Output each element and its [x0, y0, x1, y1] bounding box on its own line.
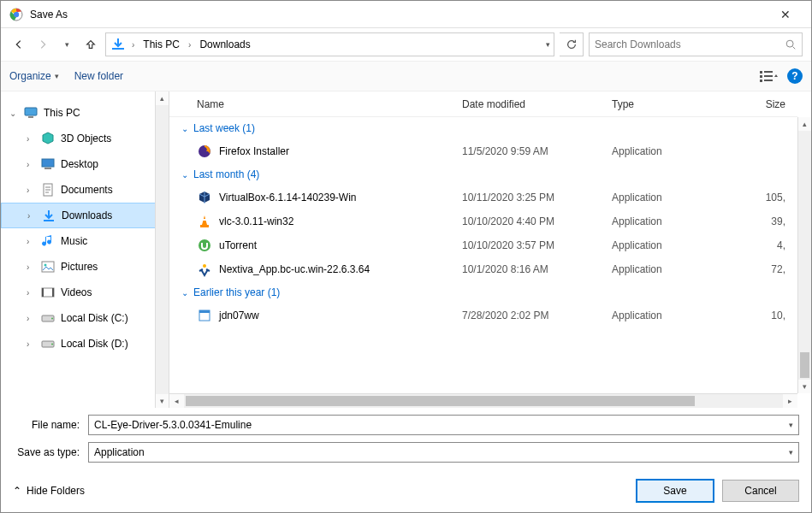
scroll-left-icon[interactable]: ◂	[169, 394, 184, 408]
tree-item-pictures[interactable]: ›Pictures	[1, 254, 169, 280]
search-input[interactable]	[589, 32, 803, 56]
file-name: jdn07ww	[219, 310, 259, 321]
expand-icon[interactable]: ›	[27, 134, 35, 144]
col-size[interactable]: Size	[727, 98, 797, 110]
tree-item-local-disk-c-[interactable]: ›Local Disk (C:)	[1, 305, 169, 331]
tree-label: Videos	[61, 286, 92, 298]
disk-icon	[40, 336, 56, 351]
address-dropdown-icon[interactable]: ▾	[546, 40, 550, 49]
svg-point-2	[786, 40, 793, 47]
file-row[interactable]: Nextiva_App.bc-uc.win-22.6.3.6410/1/2020…	[169, 257, 797, 281]
expand-icon[interactable]: ›	[27, 186, 35, 195]
v-scroll-thumb[interactable]	[800, 352, 809, 378]
group-label: Last week (1)	[193, 122, 255, 134]
file-row[interactable]: jdn07ww7/28/2020 2:02 PMApplication10,	[169, 304, 797, 327]
svg-point-15	[44, 264, 47, 267]
svg-rect-6	[764, 75, 773, 77]
view-options-button[interactable]	[760, 69, 779, 83]
chevron-down-icon: ⌄	[181, 124, 188, 133]
tree-item-documents[interactable]: ›Documents	[1, 177, 169, 203]
ff-icon	[197, 144, 212, 159]
chevron-right-icon: ›	[130, 40, 136, 50]
scroll-down-icon[interactable]: ▾	[798, 380, 811, 393]
file-size: 39,	[727, 215, 797, 227]
close-button[interactable]: ✕	[768, 8, 803, 21]
svg-rect-3	[760, 71, 762, 74]
ut-icon	[197, 238, 212, 253]
search-field[interactable]	[595, 38, 785, 50]
scroll-up-icon[interactable]: ▴	[798, 117, 811, 131]
col-name[interactable]: Name	[197, 98, 462, 110]
tree-item-videos[interactable]: ›Videos	[1, 280, 169, 305]
file-type: Application	[612, 192, 727, 203]
help-icon[interactable]: ?	[787, 68, 803, 84]
file-type: Application	[612, 310, 727, 321]
file-name: vlc-3.0.11-win32	[219, 215, 293, 227]
group-header[interactable]: ⌄Earlier this year (1)	[169, 281, 797, 304]
back-button[interactable]	[9, 35, 28, 54]
tree-item-music[interactable]: ›Music	[1, 228, 169, 254]
breadcrumb[interactable]: › This PC › Downloads ▾	[105, 32, 554, 56]
cancel-button[interactable]: Cancel	[722, 480, 799, 502]
savetype-select[interactable]: Application ▾	[88, 442, 799, 463]
expand-icon[interactable]: ›	[27, 237, 35, 246]
file-date: 11/5/2020 9:59 AM	[462, 145, 612, 157]
col-type[interactable]: Type	[612, 98, 727, 110]
chevron-down-icon[interactable]: ▾	[789, 421, 793, 429]
file-list[interactable]: ⌄Last week (1)Firefox Installer11/5/2020…	[169, 117, 797, 393]
refresh-button[interactable]	[560, 32, 584, 56]
filename-input[interactable]: ▾	[88, 415, 799, 435]
tree-item-this-pc[interactable]: ⌄This PC	[1, 100, 169, 126]
scroll-up-icon[interactable]: ▴	[156, 91, 169, 105]
expand-icon[interactable]: ›	[27, 314, 35, 323]
file-row[interactable]: Firefox Installer11/5/2020 9:59 AMApplic…	[169, 139, 797, 163]
disk-icon	[40, 310, 56, 326]
downloads-folder-icon	[110, 36, 127, 53]
folder-tree[interactable]: ⌄This PC›3D Objects›Desktop›Documents›Do…	[1, 91, 169, 408]
crumb-this-pc[interactable]: This PC	[139, 37, 183, 52]
filename-field[interactable]	[94, 419, 789, 431]
file-row[interactable]: vlc-3.0.11-win3210/10/2020 4:40 PMApplic…	[169, 209, 797, 233]
3d-icon	[40, 131, 56, 146]
file-row[interactable]: uTorrent10/10/2020 3:57 PMApplication4,	[169, 233, 797, 257]
video-icon	[40, 285, 56, 300]
file-type: Application	[612, 145, 727, 157]
svg-rect-5	[760, 75, 762, 78]
tree-item-local-disk-d-[interactable]: ›Local Disk (D:)	[1, 331, 169, 357]
forward-button[interactable]	[33, 35, 52, 54]
tree-item-downloads[interactable]: ›Downloads	[1, 203, 169, 228]
tree-item-desktop[interactable]: ›Desktop	[1, 151, 169, 177]
expand-icon[interactable]: ›	[27, 211, 36, 221]
group-header[interactable]: ⌄Last week (1)	[169, 117, 797, 139]
expand-icon[interactable]: ›	[27, 288, 35, 298]
pics-icon	[40, 259, 56, 274]
crumb-downloads[interactable]: Downloads	[196, 37, 253, 52]
sidebar-scrollbar[interactable]: ▴▾	[155, 91, 169, 408]
expand-icon[interactable]: ›	[27, 339, 35, 349]
file-row[interactable]: VirtualBox-6.1.14-140239-Win10/11/2020 3…	[169, 186, 797, 209]
h-scrollbar[interactable]: ◂ ▸	[169, 393, 797, 408]
tree-item-3d-objects[interactable]: ›3D Objects	[1, 126, 169, 151]
expand-icon[interactable]: ›	[27, 262, 35, 272]
new-folder-button[interactable]: New folder	[74, 70, 123, 82]
expand-icon[interactable]: ›	[27, 160, 35, 169]
save-button[interactable]: Save	[637, 480, 714, 502]
expand-icon[interactable]: ⌄	[9, 109, 18, 118]
v-scrollbar[interactable]: ▴ ▾	[797, 117, 811, 393]
chevron-down-icon[interactable]: ▾	[789, 448, 793, 457]
organize-menu[interactable]: Organize ▾	[9, 70, 59, 82]
svg-rect-11	[42, 159, 54, 167]
col-date[interactable]: Date modified	[462, 98, 612, 110]
scroll-right-icon[interactable]: ▸	[783, 394, 797, 408]
scroll-down-icon[interactable]: ▾	[156, 394, 169, 408]
file-date: 10/1/2020 8:16 AM	[462, 263, 612, 275]
up-button[interactable]	[81, 35, 100, 54]
pc-icon	[23, 105, 39, 121]
h-scroll-thumb[interactable]	[186, 396, 695, 406]
group-header[interactable]: ⌄Last month (4)	[169, 163, 797, 186]
hide-folders-button[interactable]: ⌃ Hide Folders	[13, 485, 85, 497]
recent-dropdown[interactable]: ▾	[57, 35, 76, 54]
column-header-row: Name Date modified Type Size	[169, 91, 797, 117]
file-date: 7/28/2020 2:02 PM	[462, 310, 612, 321]
file-name: Nextiva_App.bc-uc.win-22.6.3.64	[219, 263, 370, 275]
